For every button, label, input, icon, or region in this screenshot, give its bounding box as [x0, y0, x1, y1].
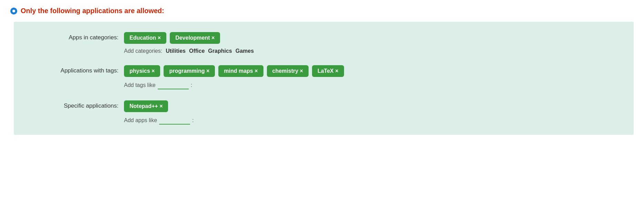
categories-label: Apps in categories: [28, 32, 124, 41]
specific-row: Specific applications: Notepad++ × Add a… [28, 100, 620, 125]
add-apps-row: Add apps like : [124, 116, 194, 125]
main-panel: Apps in categories: Education × Developm… [14, 22, 634, 135]
tags-row: Applications with tags: physics × progra… [28, 65, 620, 89]
tag-mind-maps[interactable]: mind maps × [218, 65, 263, 77]
category-suggestion-games[interactable]: Games [236, 48, 254, 54]
add-tags-label: Add tags like [124, 82, 156, 88]
tag-latex[interactable]: LaTeX × [312, 65, 344, 77]
categories-row: Apps in categories: Education × Developm… [28, 32, 620, 54]
add-tags-row: Add tags like : [124, 81, 344, 89]
categories-tags-row: Education × Development × [124, 32, 254, 44]
add-apps-label: Add apps like [124, 117, 157, 124]
tags-label: Applications with tags: [28, 65, 124, 74]
specific-label: Specific applications: [28, 100, 124, 109]
add-tags-colon: : [191, 82, 192, 88]
category-suggestion-office[interactable]: Office [189, 48, 205, 54]
tag-chemistry[interactable]: chemistry × [267, 65, 309, 77]
categories-content: Education × Development × Add categories… [124, 32, 254, 54]
radio-inner [12, 10, 15, 12]
add-tags-input[interactable] [158, 81, 189, 89]
category-suggestion-graphics[interactable]: Graphics [208, 48, 232, 54]
tags-content: physics × programming × mind maps × chem… [124, 65, 344, 89]
add-categories-row: Add categories: Utilities Office Graphic… [124, 48, 254, 54]
add-categories-label: Add categories: [124, 48, 162, 54]
radio-icon [10, 8, 17, 14]
category-tag-education[interactable]: Education × [124, 32, 166, 44]
specific-content: Notepad++ × Add apps like : [124, 100, 194, 125]
app-tag-notepad[interactable]: Notepad++ × [124, 100, 168, 112]
tag-physics[interactable]: physics × [124, 65, 160, 77]
header-text: Only the following applications are allo… [21, 7, 164, 15]
category-suggestion-utilities[interactable]: Utilities [166, 48, 186, 54]
header-rule: Only the following applications are allo… [10, 7, 634, 15]
category-tag-development[interactable]: Development × [170, 32, 220, 44]
specific-tags-row: Notepad++ × [124, 100, 194, 112]
tag-programming[interactable]: programming × [164, 65, 215, 77]
tags-tags-row: physics × programming × mind maps × chem… [124, 65, 344, 77]
add-apps-input[interactable] [159, 116, 190, 125]
add-apps-colon: : [192, 117, 194, 124]
